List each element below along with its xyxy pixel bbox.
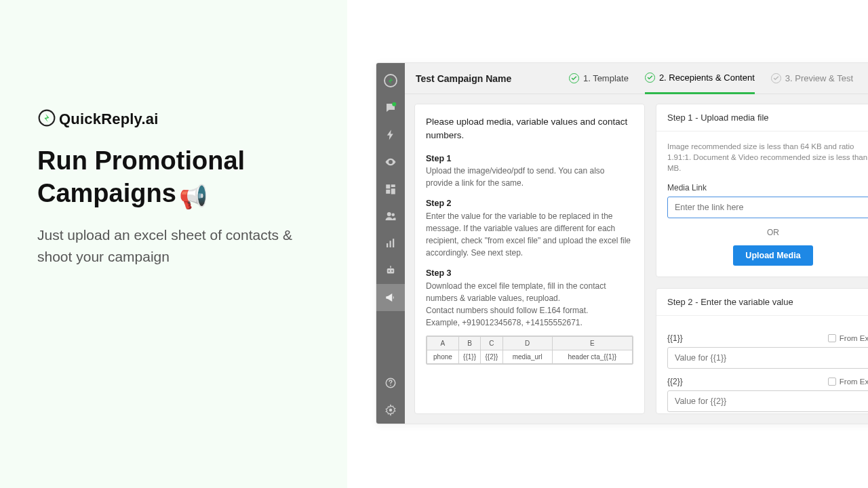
var1-input[interactable]: [667, 347, 868, 369]
checkbox-icon: [828, 334, 836, 342]
check-circle-icon: [569, 73, 579, 83]
step1-card-header: Step 1 - Upload media file: [656, 104, 868, 131]
instructions-title: Please upload media, variable values and…: [426, 115, 633, 143]
svg-point-10: [391, 270, 393, 272]
campaigns-icon[interactable]: [376, 284, 405, 311]
campaign-name: Test Campaign Name: [416, 73, 511, 84]
side-rail: [376, 63, 405, 424]
hero-subtitle: Just upload an excel sheet of contacts &…: [37, 224, 310, 267]
step2-body: Enter the value for the variable to be r…: [426, 210, 633, 259]
marketing-panel: QuickReply.ai Run Promotional Campaigns📢…: [0, 0, 347, 488]
step1-card: Step 1 - Upload media file Image recomme…: [656, 104, 868, 277]
wizard-step-preview[interactable]: 3. Preview & Test: [771, 63, 853, 94]
megaphone-icon: 📢: [179, 184, 208, 209]
var2-from-excel[interactable]: From Excel: [828, 378, 868, 386]
var1-label: {{1}}: [667, 333, 683, 343]
svg-point-4: [392, 214, 395, 217]
wizard-step-template[interactable]: 1. Template: [569, 63, 629, 94]
var2-label: {{2}}: [667, 377, 683, 386]
check-circle-icon: [645, 73, 655, 83]
analytics-icon[interactable]: [376, 230, 405, 257]
hero-title: Run Promotional Campaigns📢: [37, 145, 310, 211]
step2-heading: Step 2: [426, 197, 633, 210]
wizard-header: Test Campaign Name 1. Template 2. Recepi…: [405, 63, 868, 94]
step1-body: Upload the image/video/pdf to send. You …: [426, 165, 633, 189]
check-circle-icon: [771, 73, 781, 83]
bolt-icon[interactable]: [376, 121, 405, 148]
svg-point-14: [389, 409, 393, 412]
media-link-label: Media Link: [667, 183, 868, 192]
svg-rect-6: [390, 241, 391, 247]
users-icon[interactable]: [376, 203, 405, 230]
var2-input[interactable]: [667, 390, 868, 412]
svg-rect-5: [387, 243, 388, 247]
help-icon[interactable]: [376, 369, 405, 396]
svg-point-9: [389, 270, 390, 272]
step1-heading: Step 1: [426, 152, 633, 165]
step2-card: Step 2 - Enter the variable value {{1}} …: [656, 288, 868, 414]
rail-logo-icon[interactable]: [376, 67, 405, 94]
svg-point-13: [390, 385, 391, 386]
or-separator: OR: [667, 228, 868, 237]
bot-icon[interactable]: [376, 257, 405, 284]
step3-heading: Step 3: [426, 267, 633, 280]
wizard-step-recipients[interactable]: 2. Recepients & Content: [645, 63, 755, 94]
step3-body-1: Download the excel file template, fill i…: [426, 280, 633, 304]
svg-rect-8: [387, 268, 395, 274]
svg-point-3: [387, 212, 391, 216]
svg-rect-7: [393, 239, 394, 247]
checkbox-icon: [828, 378, 836, 386]
chat-icon[interactable]: [376, 94, 405, 121]
svg-point-2: [392, 102, 396, 106]
upload-media-button[interactable]: Upload Media: [733, 245, 812, 266]
app-window: Test Campaign Name 1. Template 2. Recepi…: [376, 62, 868, 424]
var1-from-excel[interactable]: From Excel: [828, 334, 868, 342]
settings-icon[interactable]: [376, 396, 405, 424]
brand-logo: QuickReply.ai: [37, 108, 310, 130]
step3-body-2: Contact numbers should follow E.164 form…: [426, 304, 633, 317]
dashboard-icon[interactable]: [376, 176, 405, 203]
brand-mark-icon: [37, 108, 56, 130]
svg-rect-11: [390, 266, 391, 268]
step3-body-3: Example, +919012345678, +14155552671.: [426, 317, 633, 329]
media-link-input[interactable]: [667, 197, 868, 218]
instructions-card: Please upload media, variable values and…: [414, 104, 645, 414]
eye-icon[interactable]: [376, 148, 405, 176]
brand-name: QuickReply.ai: [59, 110, 158, 128]
excel-preview-table: A B C D E phone {{1}} {{2}} media_url: [426, 336, 633, 365]
step2-card-header: Step 2 - Enter the variable value: [656, 289, 868, 316]
media-hint: Image recommended size is less than 64 K…: [667, 141, 868, 174]
